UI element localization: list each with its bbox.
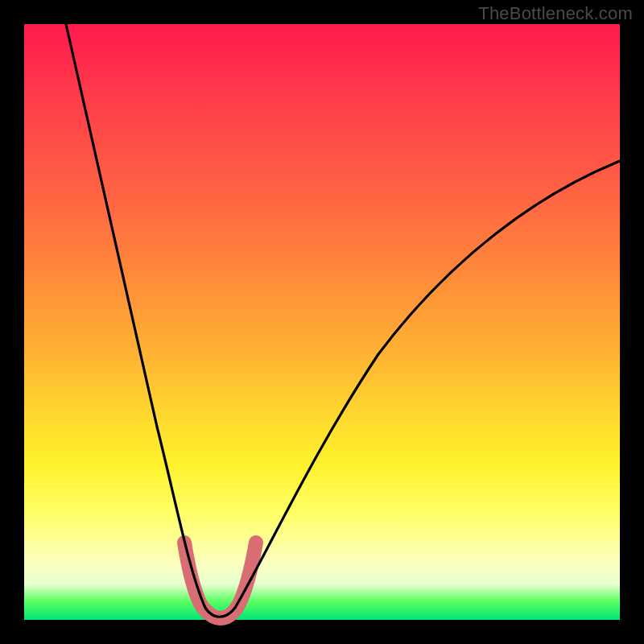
chart-frame: TheBottleneck.com: [0, 0, 644, 644]
plot-area: [24, 24, 620, 620]
watermark-text: TheBottleneck.com: [478, 3, 633, 24]
curve-layer: [24, 24, 620, 620]
bottleneck-curve: [66, 24, 620, 617]
